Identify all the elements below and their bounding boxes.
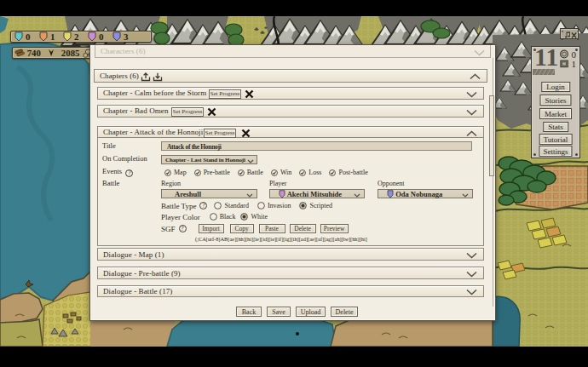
svg-text:0: 0	[99, 32, 104, 42]
svg-text:1: 1	[572, 59, 577, 68]
svg-text:0: 0	[572, 49, 577, 60]
svg-text:2085: 2085	[61, 48, 80, 58]
svg-text:2: 2	[74, 32, 79, 42]
svg-text:740: 740	[27, 48, 41, 58]
svg-text:0: 0	[26, 32, 31, 42]
svg-text:3: 3	[124, 32, 129, 42]
svg-text:1: 1	[50, 32, 55, 42]
